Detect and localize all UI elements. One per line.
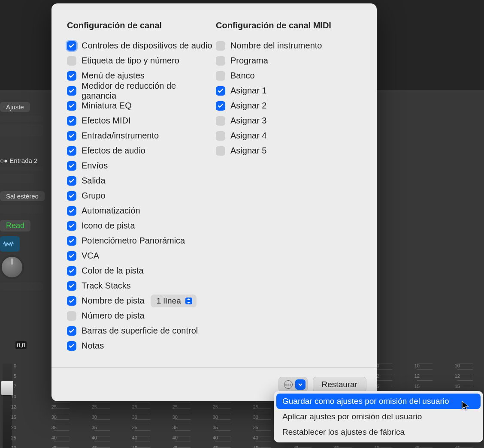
right-option: Programa: [216, 53, 361, 68]
checkbox[interactable]: [67, 146, 76, 156]
checkbox[interactable]: [216, 131, 225, 141]
automation-read-button[interactable]: Read: [0, 220, 30, 232]
option-label: Banco: [230, 71, 255, 81]
left-option: Entrada/instrumento: [67, 128, 212, 143]
option-label: Nombre del instrumento: [230, 41, 322, 51]
left-option: Nombre de pista1 línea: [67, 293, 212, 308]
restore-button[interactable]: Restaurar: [313, 377, 366, 392]
checkbox[interactable]: [216, 101, 225, 111]
checkbox[interactable]: [67, 191, 76, 201]
menu-item[interactable]: Restablecer los ajustes de fábrica: [276, 424, 481, 440]
ellipsis-icon: ⋯: [284, 380, 293, 389]
ajuste-button[interactable]: Ajuste: [0, 102, 30, 112]
option-label: Número de pista: [82, 311, 145, 321]
option-label: Nombre de pista: [82, 296, 145, 306]
checkbox[interactable]: [67, 131, 76, 141]
checkbox[interactable]: [67, 71, 76, 81]
checkbox[interactable]: [216, 56, 225, 66]
chevron-down-icon: [295, 379, 306, 390]
checkbox[interactable]: [216, 86, 225, 96]
slot[interactable]: [0, 167, 43, 171]
right-option: Asignar 1: [216, 83, 361, 98]
left-column: Configuración de canal Controles de disp…: [67, 21, 212, 363]
checkbox[interactable]: [67, 56, 76, 66]
volume-fader[interactable]: [3, 364, 12, 448]
checkbox[interactable]: [67, 41, 76, 51]
option-label: Controles de dispositivos de audio: [82, 41, 212, 51]
checkbox[interactable]: [67, 266, 76, 276]
mouse-cursor-icon: [461, 400, 471, 412]
option-label: Asignar 1: [230, 86, 267, 96]
checkbox[interactable]: [216, 116, 225, 126]
right-option: Asignar 5: [216, 143, 361, 158]
checkbox[interactable]: [67, 101, 76, 111]
option-label: VCA: [82, 251, 99, 261]
left-option: Icono de pista: [67, 218, 212, 233]
checkbox[interactable]: [67, 221, 76, 231]
checkbox[interactable]: [67, 86, 76, 96]
left-option: Controles de dispositivos de audio: [67, 38, 212, 53]
option-label: Envíos: [82, 161, 108, 171]
right-title: Configuración de canal MIDI: [216, 21, 361, 30]
option-label: Color de la pista: [82, 266, 144, 276]
option-label: Miniatura EQ: [82, 101, 132, 111]
channel-config-sheet: Configuración de canal Controles de disp…: [51, 3, 377, 401]
slot[interactable]: [0, 116, 43, 122]
left-option: Envíos: [67, 158, 212, 173]
left-option: Medidor de reducción de ganancia: [67, 83, 212, 98]
option-label: Entrada/instrumento: [82, 131, 159, 141]
slot[interactable]: [0, 174, 34, 183]
option-label: Efectos de audio: [82, 146, 145, 156]
menu-item[interactable]: Guardar como ajustes por omisión del usu…: [276, 394, 481, 409]
checkbox[interactable]: [67, 161, 76, 171]
checkbox[interactable]: [67, 251, 76, 261]
checkbox[interactable]: [67, 236, 76, 246]
track-icon[interactable]: [0, 236, 20, 252]
left-option: VCA: [67, 248, 212, 263]
output-button[interactable]: Sal estéreo: [0, 191, 45, 201]
checkbox[interactable]: [67, 296, 76, 306]
option-label: Notas: [82, 341, 104, 351]
checkbox[interactable]: [67, 311, 76, 321]
left-option: Salida: [67, 173, 212, 188]
input-label[interactable]: ○● Entrada 2: [0, 157, 51, 164]
slot[interactable]: [0, 283, 43, 290]
checkbox[interactable]: [216, 71, 225, 81]
left-title: Configuración de canal: [67, 21, 212, 30]
left-option: Número de pista: [67, 308, 212, 323]
option-label: Salida: [82, 176, 106, 186]
option-label: Asignar 2: [230, 101, 267, 111]
slot[interactable]: [0, 205, 43, 213]
menu-item[interactable]: Aplicar ajustes por omisión del usuario: [276, 409, 481, 424]
lines-select[interactable]: 1 línea: [151, 295, 197, 307]
checkbox[interactable]: [67, 281, 76, 291]
option-label: Icono de pista: [82, 221, 135, 231]
checkbox[interactable]: [67, 326, 76, 336]
checkbox[interactable]: [67, 176, 76, 186]
more-actions-button[interactable]: ⋯: [278, 377, 308, 392]
checkbox[interactable]: [216, 41, 225, 51]
checkbox[interactable]: [67, 341, 76, 351]
checkbox[interactable]: [216, 146, 225, 156]
meter-scale: 057101215202530354045: [11, 364, 16, 448]
option-label: Grupo: [82, 191, 106, 201]
select-value: 1 línea: [157, 296, 181, 306]
left-option: Track Stacks: [67, 278, 212, 293]
option-label: Medidor de reducción de ganancia: [82, 81, 212, 101]
option-label: Asignar 5: [230, 146, 267, 156]
checkbox[interactable]: [67, 116, 76, 126]
checkbox[interactable]: [67, 206, 76, 216]
meter-strip[interactable]: 057101215202530354045: [0, 364, 40, 448]
option-label: Potenciómetro Panorámica: [82, 236, 185, 246]
left-option: Grupo: [67, 188, 212, 203]
option-label: Programa: [230, 56, 268, 66]
left-option: Automatización: [67, 203, 212, 218]
right-option: Nombre del instrumento: [216, 38, 361, 53]
option-label: Etiqueta de tipo y número: [82, 56, 179, 66]
option-label: Efectos MIDI: [82, 116, 130, 126]
right-option: Banco: [216, 68, 361, 83]
pan-knob[interactable]: [0, 255, 24, 279]
left-option: Potenciómetro Panorámica: [67, 233, 212, 248]
slot[interactable]: [0, 124, 43, 136]
right-option: Asignar 3: [216, 113, 361, 128]
